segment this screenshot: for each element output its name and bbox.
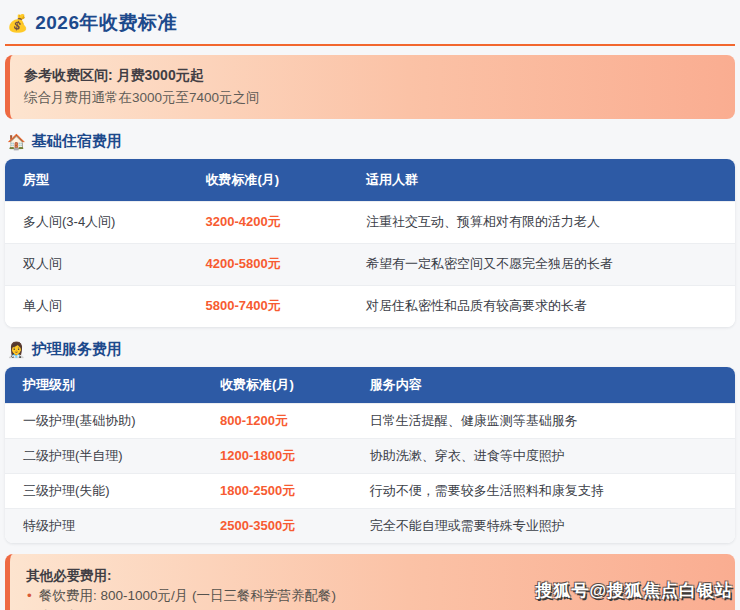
section-title: 基础住宿费用	[32, 132, 122, 151]
service-cell: 行动不便，需要较多生活照料和康复支持	[352, 473, 735, 508]
nurse-icon: 👩‍⚕️	[7, 342, 26, 357]
price-cell: 1200-1800元	[202, 438, 352, 473]
column-header-price: 收费标准(月)	[188, 159, 349, 201]
column-header-room-type: 房型	[5, 159, 188, 201]
table-header-row: 房型 收费标准(月) 适用人群	[5, 159, 735, 201]
care-level-cell: 三级护理(失能)	[5, 473, 202, 508]
room-type-cell: 双人间	[5, 243, 188, 285]
table-row: 三级护理(失能) 1800-2500元 行动不便，需要较多生活照料和康复支持	[5, 473, 735, 508]
price-cell: 2500-3500元	[202, 508, 352, 543]
table-row: 一级护理(基础协助) 800-1200元 日常生活提醒、健康监测等基础服务	[5, 403, 735, 438]
table-row: 特级护理 2500-3500元 完全不能自理或需要特殊专业照护	[5, 508, 735, 543]
service-cell: 完全不能自理或需要特殊专业照护	[352, 508, 735, 543]
care-level-cell: 一级护理(基础协助)	[5, 403, 202, 438]
house-icon: 🏠	[7, 134, 26, 149]
table-row: 二级护理(半自理) 1200-1800元 协助洗漱、穿衣、进食等中度照护	[5, 438, 735, 473]
watermark: 搜狐号@搜狐焦点白银站	[535, 579, 733, 602]
price-cell: 800-1200元	[202, 403, 352, 438]
price-cell: 4200-5800元	[188, 243, 349, 285]
page-title: 2026年收费标准	[35, 10, 177, 36]
price-cell: 3200-4200元	[188, 201, 349, 243]
table-row: 多人间(3-4人间) 3200-4200元 注重社交互动、预算相对有限的活力老人	[5, 201, 735, 243]
table-row: 双人间 4200-5800元 希望有一定私密空间又不愿完全独居的长者	[5, 243, 735, 285]
column-header-care-level: 护理级别	[5, 367, 202, 403]
nursing-fee-table: 护理级别 收费标准(月) 服务内容 一级护理(基础协助) 800-1200元 日…	[5, 367, 735, 543]
audience-cell: 注重社交互动、预算相对有限的活力老人	[348, 201, 735, 243]
table-row: 单人间 5800-7400元 对居住私密性和品质有较高要求的长者	[5, 285, 735, 327]
column-header-price: 收费标准(月)	[202, 367, 352, 403]
section-heading-nursing: 👩‍⚕️ 护理服务费用	[7, 340, 733, 359]
fee-range-summary-box: 参考收费区间: 月费3000元起 综合月费用通常在3000元至7400元之间	[5, 55, 735, 119]
page-header: 💰 2026年收费标准	[5, 6, 735, 46]
service-cell: 日常生活提醒、健康监测等基础服务	[352, 403, 735, 438]
care-level-cell: 二级护理(半自理)	[5, 438, 202, 473]
audience-cell: 对居住私密性和品质有较高要求的长者	[348, 285, 735, 327]
room-type-cell: 单人间	[5, 285, 188, 327]
care-level-cell: 特级护理	[5, 508, 202, 543]
fee-range-subline: 综合月费用通常在3000元至7400元之间	[24, 87, 721, 109]
accommodation-fee-table: 房型 收费标准(月) 适用人群 多人间(3-4人间) 3200-4200元 注重…	[5, 159, 735, 327]
column-header-service: 服务内容	[352, 367, 735, 403]
price-cell: 1800-2500元	[202, 473, 352, 508]
fee-standards-page: 💰 2026年收费标准 参考收费区间: 月费3000元起 综合月费用通常在300…	[0, 0, 740, 610]
section-title: 护理服务费用	[32, 340, 122, 359]
service-cell: 协助洗漱、穿衣、进食等中度照护	[352, 438, 735, 473]
fee-range-line: 参考收费区间: 月费3000元起	[24, 64, 721, 87]
table-header-row: 护理级别 收费标准(月) 服务内容	[5, 367, 735, 403]
price-cell: 5800-7400元	[188, 285, 349, 327]
audience-cell: 希望有一定私密空间又不愿完全独居的长者	[348, 243, 735, 285]
column-header-audience: 适用人群	[348, 159, 735, 201]
money-bag-icon: 💰	[7, 15, 28, 32]
room-type-cell: 多人间(3-4人间)	[5, 201, 188, 243]
section-heading-accommodation: 🏠 基础住宿费用	[7, 132, 733, 151]
